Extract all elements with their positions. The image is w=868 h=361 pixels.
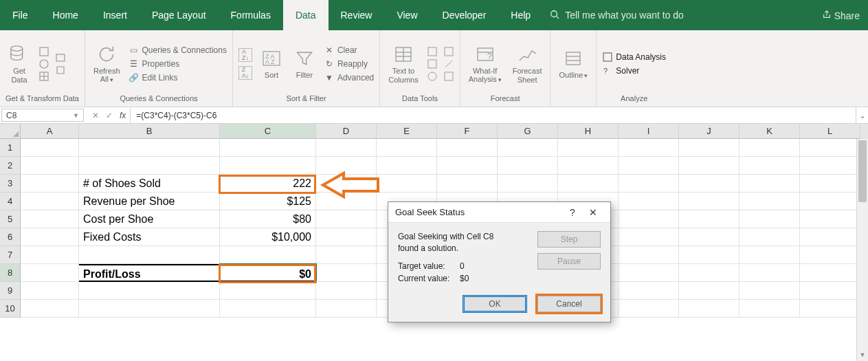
close-icon[interactable]: ✕ <box>583 207 603 218</box>
cell-K10[interactable] <box>739 300 800 318</box>
reapply-item[interactable]: ↻Reapply <box>324 58 374 69</box>
tab-page-layout[interactable]: Page Layout <box>140 0 219 30</box>
cell-C3[interactable]: 222 <box>220 175 316 193</box>
cell-I3[interactable] <box>619 175 679 193</box>
cell-I2[interactable] <box>619 157 679 175</box>
cell-A6[interactable] <box>21 228 79 246</box>
tab-insert[interactable]: Insert <box>91 0 140 30</box>
cell-D8[interactable] <box>316 264 377 282</box>
row-header-2[interactable]: 2 <box>0 157 21 175</box>
from-table-icon[interactable] <box>38 71 49 82</box>
cell-D5[interactable] <box>316 210 377 228</box>
remove-duplicates-icon[interactable] <box>427 58 438 69</box>
queries-connections-item[interactable]: ▭Queries & Connections <box>129 45 227 56</box>
edit-links-item[interactable]: 🔗Edit Links <box>129 72 227 83</box>
cell-F2[interactable] <box>437 157 498 175</box>
cell-K6[interactable] <box>739 228 800 246</box>
cell-D7[interactable] <box>316 246 377 264</box>
row-header-6[interactable]: 6 <box>0 228 21 246</box>
tab-home[interactable]: Home <box>41 0 91 30</box>
cell-I6[interactable] <box>619 228 679 246</box>
cell-J10[interactable] <box>679 300 739 318</box>
cell-C4[interactable]: $125 <box>220 193 316 210</box>
step-button[interactable]: Step <box>537 231 601 248</box>
cell-G2[interactable] <box>498 157 558 175</box>
cell-L7[interactable] <box>800 246 860 264</box>
cell-J5[interactable] <box>679 210 739 228</box>
col-header-L[interactable]: L <box>800 124 860 139</box>
scroll-thumb[interactable] <box>858 140 867 202</box>
cell-G1[interactable] <box>498 139 558 157</box>
cell-I8[interactable] <box>619 264 679 282</box>
cell-C1[interactable] <box>220 139 316 157</box>
cell-I10[interactable] <box>619 300 679 318</box>
row-header-5[interactable]: 5 <box>0 210 21 228</box>
share-button[interactable]: Share <box>822 10 860 21</box>
tab-view[interactable]: View <box>384 0 430 30</box>
cell-B4[interactable]: Revenue per Shoe <box>79 193 220 210</box>
cell-I5[interactable] <box>619 210 679 228</box>
cell-J9[interactable] <box>679 282 739 300</box>
cell-B3[interactable]: # of Shoes Sold <box>79 175 220 193</box>
advanced-filter-item[interactable]: ▼Advanced <box>324 72 374 83</box>
sort-asc-icon[interactable]: AZ↓ <box>238 48 252 62</box>
data-analysis-item[interactable]: Data Analysis <box>602 52 666 63</box>
col-header-E[interactable]: E <box>377 124 437 139</box>
cell-D3[interactable] <box>316 175 377 193</box>
cell-L3[interactable] <box>800 175 860 193</box>
cell-K8[interactable] <box>739 264 800 282</box>
cell-A3[interactable] <box>21 175 79 193</box>
col-header-J[interactable]: J <box>679 124 739 139</box>
enter-formula-icon[interactable]: ✓ <box>106 111 113 120</box>
cell-J4[interactable] <box>679 193 739 210</box>
row-header-9[interactable]: 9 <box>0 282 21 300</box>
refresh-all-button[interactable]: Refresh All <box>91 42 123 85</box>
cell-L4[interactable] <box>800 193 860 210</box>
text-to-columns-button[interactable]: Text to Columns <box>386 42 421 85</box>
cell-K9[interactable] <box>739 282 800 300</box>
cell-I4[interactable] <box>619 193 679 210</box>
cell-B8[interactable]: Profit/Loss <box>79 264 220 282</box>
cell-C6[interactable]: $10,000 <box>220 228 316 246</box>
cell-J1[interactable] <box>679 139 739 157</box>
cell-I9[interactable] <box>619 282 679 300</box>
row-header-3[interactable]: 3 <box>0 175 21 193</box>
formula-input[interactable]: =(C3*C4)-(C3*C5)-C6 <box>130 107 856 123</box>
cell-B1[interactable] <box>79 139 220 157</box>
cell-C5[interactable]: $80 <box>220 210 316 228</box>
cell-L6[interactable] <box>800 228 860 246</box>
tab-data[interactable]: Data <box>283 0 329 30</box>
row-header-4[interactable]: 4 <box>0 193 21 210</box>
cell-J3[interactable] <box>679 175 739 193</box>
cell-I1[interactable] <box>619 139 679 157</box>
cell-D10[interactable] <box>316 300 377 318</box>
cell-H2[interactable] <box>558 157 619 175</box>
tab-review[interactable]: Review <box>329 0 385 30</box>
sort-desc-icon[interactable]: ZA↓ <box>238 66 252 80</box>
what-if-button[interactable]: ? What-If Analysis <box>466 42 504 85</box>
cell-C9[interactable] <box>220 282 316 300</box>
tell-me-search[interactable]: Tell me what you want to do <box>550 0 684 30</box>
cell-D2[interactable] <box>316 157 377 175</box>
col-header-A[interactable]: A <box>21 124 79 139</box>
col-header-D[interactable]: D <box>316 124 377 139</box>
tab-help[interactable]: Help <box>498 0 543 30</box>
ok-button[interactable]: OK <box>463 296 526 312</box>
from-web-icon[interactable] <box>38 58 49 69</box>
existing-conn-icon[interactable] <box>55 65 66 76</box>
cell-A2[interactable] <box>21 157 79 175</box>
data-validation-icon[interactable] <box>427 71 438 82</box>
cell-A8[interactable] <box>21 264 79 282</box>
col-header-C[interactable]: C <box>220 124 316 139</box>
col-header-K[interactable]: K <box>739 124 800 139</box>
cell-A9[interactable] <box>21 282 79 300</box>
cancel-button[interactable]: Cancel <box>537 296 601 312</box>
cell-J6[interactable] <box>679 228 739 246</box>
cancel-formula-icon[interactable]: ✕ <box>92 111 99 120</box>
cell-K2[interactable] <box>739 157 800 175</box>
cell-J8[interactable] <box>679 264 739 282</box>
cell-K3[interactable] <box>739 175 800 193</box>
cell-A7[interactable] <box>21 246 79 264</box>
cell-E1[interactable] <box>377 139 437 157</box>
cell-E2[interactable] <box>377 157 437 175</box>
